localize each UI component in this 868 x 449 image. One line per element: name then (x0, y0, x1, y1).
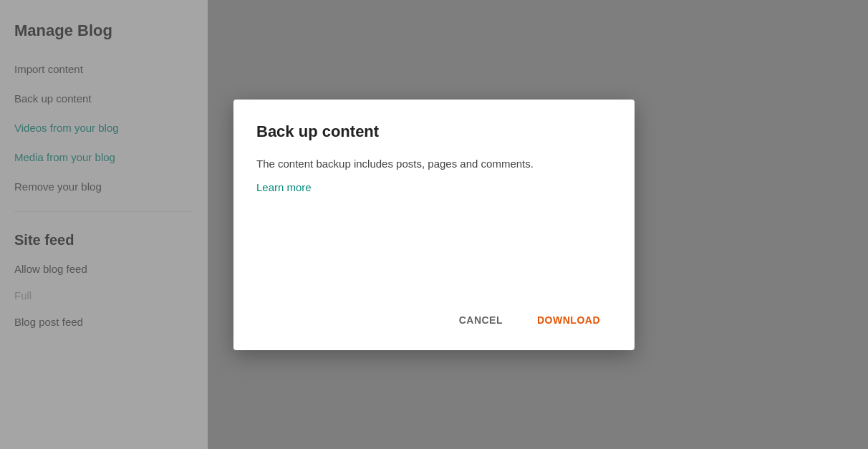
cancel-button[interactable]: CANCEL (448, 307, 514, 333)
modal-title: Back up content (256, 122, 612, 141)
download-button[interactable]: DOWNLOAD (526, 307, 612, 333)
modal-backdrop: Back up content The content backup inclu… (0, 0, 868, 449)
modal-spacer (256, 193, 612, 290)
modal-body-text: The content backup includes posts, pages… (256, 155, 612, 173)
learn-more-link[interactable]: Learn more (256, 181, 612, 193)
modal-actions: CANCEL DOWNLOAD (256, 307, 612, 333)
backup-modal: Back up content The content backup inclu… (233, 100, 635, 350)
